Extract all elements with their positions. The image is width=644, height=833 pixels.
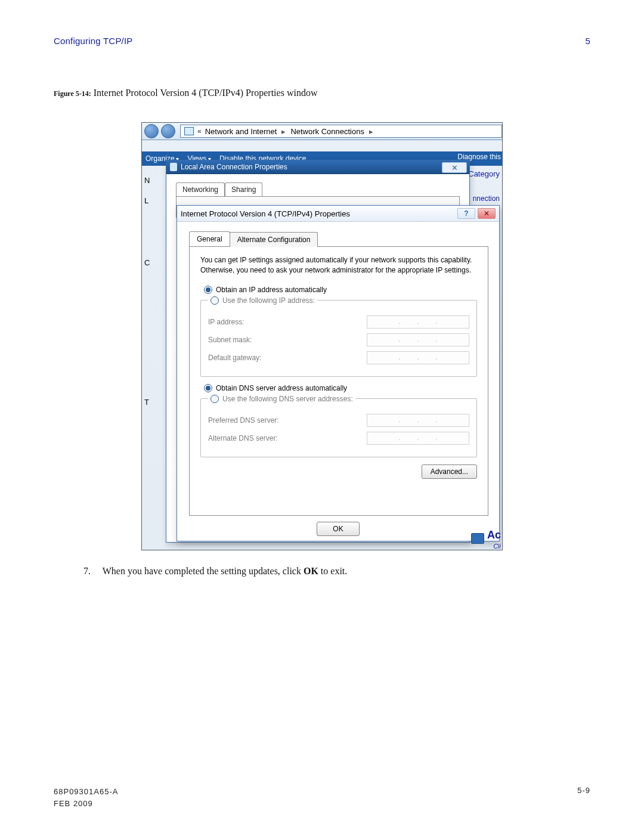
label-ip-address: IP address: bbox=[208, 318, 244, 326]
radio-label: Use the following IP address: bbox=[222, 296, 315, 305]
lac-titlebar[interactable]: Local Area Connection Properties ✕ bbox=[166, 160, 469, 174]
label-subnet-mask: Subnet mask: bbox=[208, 336, 252, 344]
corner-cli: Cli bbox=[493, 543, 501, 550]
breadcrumb-item-network[interactable]: Network and Internet bbox=[205, 127, 277, 136]
shield-icon bbox=[170, 163, 177, 171]
tab-general[interactable]: General bbox=[189, 231, 230, 246]
radio-obtain-ip-auto[interactable]: Obtain an IP address automatically bbox=[204, 286, 477, 294]
step-bold: OK bbox=[304, 566, 318, 576]
address-bar[interactable]: « Network and Internet ▸ Network Connect… bbox=[180, 125, 502, 138]
tab-sharing[interactable]: Sharing bbox=[225, 182, 262, 196]
screenshot: « Network and Internet ▸ Network Connect… bbox=[141, 122, 503, 550]
step-text-after: to exit. bbox=[318, 566, 347, 576]
ip-manual-fieldset: Use the following IP address: IP address… bbox=[200, 296, 477, 377]
explorer-nav-bar: « Network and Internet ▸ Network Connect… bbox=[142, 123, 502, 140]
section-number: 5 bbox=[585, 36, 590, 46]
label-default-gateway: Default gateway: bbox=[208, 354, 261, 362]
radio-label: Obtain DNS server address automatically bbox=[216, 384, 347, 392]
gutter-n: N bbox=[144, 171, 150, 191]
step-7: 7. When you have completed the setting u… bbox=[83, 566, 590, 577]
radio-label: Use the following DNS server addresses: bbox=[222, 395, 353, 403]
forward-button[interactable] bbox=[161, 124, 175, 138]
ipv4-button-row: OK bbox=[177, 522, 499, 536]
lac-tabs: Networking Sharing bbox=[176, 182, 469, 196]
advanced-button[interactable]: Advanced... bbox=[422, 465, 477, 479]
radio-obtain-dns-auto[interactable]: Obtain DNS server address automatically bbox=[204, 384, 477, 392]
input-ip-address[interactable]: ... bbox=[367, 315, 469, 329]
page-footer: 68P09301A65-A FEB 2009 5-9 bbox=[54, 786, 590, 809]
input-preferred-dns[interactable]: ... bbox=[367, 414, 469, 427]
gutter-l: L bbox=[144, 191, 150, 211]
ipv4-tabs: General Alternate Configuration bbox=[189, 231, 499, 246]
radio-icon bbox=[204, 286, 212, 294]
radio-use-ip-manual[interactable]: Use the following IP address: bbox=[208, 296, 317, 305]
ok-button[interactable]: OK bbox=[317, 522, 359, 536]
section-title: Configuring TCP/IP bbox=[54, 36, 133, 46]
ipv4-description: You can get IP settings assigned automat… bbox=[200, 255, 477, 276]
figure-caption-text: Internet Protocol Version 4 (TCP/IPv4) P… bbox=[94, 88, 318, 98]
lac-close-button[interactable]: ✕ bbox=[442, 162, 467, 173]
corner-ac: Ac bbox=[487, 529, 501, 541]
breadcrumb-item-connections[interactable]: Network Connections bbox=[290, 127, 364, 136]
radio-icon bbox=[204, 384, 212, 392]
close-button[interactable]: ✕ bbox=[478, 208, 496, 219]
lac-title-text: Local Area Connection Properties bbox=[181, 163, 287, 171]
gutter-c: C bbox=[144, 253, 150, 273]
tab-alternate-configuration[interactable]: Alternate Configuration bbox=[230, 232, 318, 247]
ipv4-panel: You can get IP settings assigned automat… bbox=[189, 246, 488, 516]
input-default-gateway[interactable]: ... bbox=[367, 351, 469, 364]
dns-manual-fieldset: Use the following DNS server addresses: … bbox=[200, 395, 477, 457]
figure-label: Figure 5-14: bbox=[54, 89, 91, 98]
gutter-t: T bbox=[144, 392, 150, 413]
radio-icon bbox=[210, 296, 219, 305]
step-text-before: When you have completed the setting upda… bbox=[103, 566, 304, 576]
location-icon bbox=[184, 127, 194, 135]
left-gutter-letters: N L C T bbox=[144, 171, 150, 413]
page-header: Configuring TCP/IP 5 bbox=[54, 36, 590, 46]
sidebar-connection-text: nnection bbox=[473, 194, 500, 203]
radio-label: Obtain an IP address automatically bbox=[216, 286, 327, 294]
chevrons-icon: « bbox=[197, 127, 202, 135]
back-button[interactable] bbox=[144, 124, 159, 138]
page-number: 5-9 bbox=[577, 786, 590, 809]
ipv4-title-text: Internet Protocol Version 4 (TCP/IPv4) P… bbox=[181, 209, 350, 218]
doc-id: 68P09301A65-A bbox=[54, 786, 118, 798]
help-button[interactable]: ? bbox=[457, 208, 475, 219]
breadcrumb-separator: ▸ bbox=[368, 127, 374, 136]
network-adapter-icon bbox=[471, 533, 484, 544]
breadcrumb-separator: ▸ bbox=[280, 127, 287, 136]
ipv4-properties-window: Internet Protocol Version 4 (TCP/IPv4) P… bbox=[177, 205, 500, 541]
doc-date: FEB 2009 bbox=[54, 798, 118, 810]
step-number: 7. bbox=[83, 566, 100, 577]
ipv4-titlebar[interactable]: Internet Protocol Version 4 (TCP/IPv4) P… bbox=[177, 206, 499, 222]
label-preferred-dns: Preferred DNS server: bbox=[208, 416, 279, 425]
input-alternate-dns[interactable]: ... bbox=[367, 432, 469, 445]
radio-icon bbox=[210, 395, 219, 403]
figure-caption: Figure 5-14: Internet Protocol Version 4… bbox=[54, 88, 590, 98]
tab-networking[interactable]: Networking bbox=[176, 182, 225, 196]
radio-use-dns-manual[interactable]: Use the following DNS server addresses: bbox=[208, 395, 355, 403]
document-page: Configuring TCP/IP 5 Figure 5-14: Intern… bbox=[0, 0, 644, 833]
input-subnet-mask[interactable]: ... bbox=[367, 333, 469, 346]
label-alternate-dns: Alternate DNS server: bbox=[208, 434, 278, 442]
